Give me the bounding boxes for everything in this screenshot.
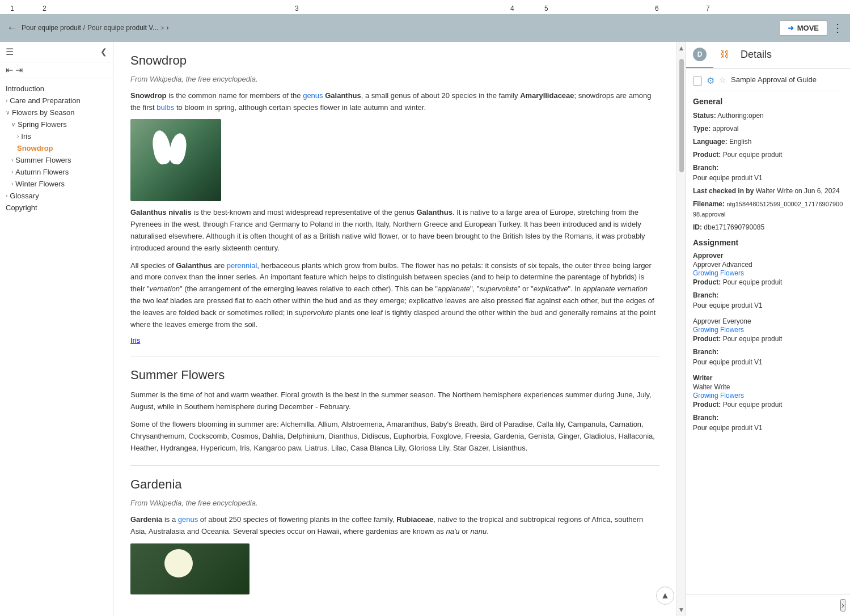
approver-everyone-link[interactable]: Growing Flowers	[693, 326, 744, 334]
star-icon: ☆	[719, 75, 726, 84]
last-checked-row: Last checked in by Walter Write on Jun 6…	[693, 186, 843, 196]
annotation-3: 3	[295, 5, 299, 12]
language-row: Language: English	[693, 137, 843, 147]
snowdrop-image	[130, 119, 221, 201]
snowdrop-body-2: Galanthus nivalis is the best-known and …	[130, 207, 659, 330]
details-heading: Details	[741, 49, 772, 61]
status-row: Status: Authoring:open	[693, 111, 843, 121]
approver-product-row: Product: Pour equipe produit	[693, 277, 843, 287]
back-button[interactable]: ←	[7, 22, 17, 34]
approver-role: Approver	[693, 252, 843, 260]
writer-section: Writer Walter Write Growing Flowers Prod…	[693, 374, 843, 433]
sidebar-item-autumn-flowers[interactable]: › Autumn Flowers	[0, 166, 113, 178]
sidebar-item-flowers-by-season[interactable]: ∨ Flowers by Season	[0, 107, 113, 118]
scroll-up-button[interactable]: ▲	[656, 587, 674, 605]
iris-link[interactable]: Iris	[130, 336, 140, 345]
item-title: Sample Approval of Guide	[731, 75, 817, 84]
snowdrop-title: Snowdrop	[130, 53, 659, 68]
annotation-6: 6	[655, 5, 659, 12]
breadcrumb-link-2[interactable]: Pour equipe produit V...	[87, 24, 158, 32]
annotation-1: 1	[10, 5, 14, 12]
details-item-row: ⚙ ☆ Sample Approval of Guide	[693, 75, 843, 91]
annotation-7: 7	[706, 5, 710, 12]
scroll-up-arrow[interactable]: ▲	[676, 42, 687, 54]
writer-product-row: Product: Pour equipe produit	[693, 400, 843, 410]
breadcrumb-sep-1: /	[83, 24, 85, 32]
gardenia-image	[130, 543, 249, 594]
gardenia-subtitle: From Wikipedia, the free encyclopedia.	[130, 499, 659, 507]
type-row: Type: approval	[693, 124, 843, 134]
id-row: ID: dbe1717690790085	[693, 222, 843, 232]
tab-details[interactable]: D	[686, 42, 713, 68]
summer-flowers-title: Summer Flowers	[130, 368, 659, 383]
scroll-thumb[interactable]	[679, 59, 684, 172]
header-bar: ← Pour equipe produit / Pour equipe prod…	[0, 14, 850, 42]
general-label: General	[693, 97, 843, 106]
right-panel-footer: ›	[686, 594, 850, 616]
breadcrumb: Pour equipe produit / Pour equipe produi…	[22, 24, 171, 32]
sidebar-item-summer-flowers[interactable]: › Summer Flowers	[0, 154, 113, 166]
move-label: MOVE	[797, 24, 819, 32]
indent-out-button[interactable]: ⇤	[6, 65, 13, 75]
writer-branch-row: Branch: Pour equipe produit V1	[693, 413, 843, 433]
writer-name: Walter Write	[693, 383, 843, 391]
annotation-5: 5	[544, 5, 548, 12]
more-button[interactable]: ⋮	[832, 21, 843, 35]
indent-in-button[interactable]: ⇥	[15, 65, 23, 75]
approver-link[interactable]: Growing Flowers	[693, 269, 744, 277]
sidebar-item-spring-flowers[interactable]: ∨ Spring Flowers	[0, 118, 113, 130]
writer-link[interactable]: Growing Flowers	[693, 392, 744, 400]
tab-letter: D	[693, 48, 707, 61]
right-panel-content[interactable]: ⚙ ☆ Sample Approval of Guide General Sta…	[686, 69, 850, 594]
sidebar-item-glossary[interactable]: › Glossary	[0, 190, 113, 202]
summer-flowers-body: Summer is the time of hot and warm weath…	[130, 389, 659, 454]
right-panel-expand-button[interactable]: ›	[840, 599, 845, 611]
filename-row: Filename: ntg1584480512599_00002_1717690…	[693, 199, 843, 219]
writer-role: Writer	[693, 374, 843, 382]
sidebar-item-snowdrop[interactable]: Snowdrop	[0, 142, 113, 154]
right-panel-tabs: D ⛓ Details	[686, 42, 850, 69]
item-checkbox[interactable]	[693, 77, 702, 86]
approver-section: Approver Approver Advanced Growing Flowe…	[693, 252, 843, 311]
sidebar: ☰ ❮ ⇤ ⇥ Introduction › Care and Preparat…	[0, 42, 113, 616]
hamburger-icon-button[interactable]: ☰	[6, 46, 14, 57]
chain-icon: ⛓	[720, 49, 729, 60]
snowdrop-subtitle: From Wikipedia, the free encyclopedia.	[130, 75, 659, 83]
approver-everyone-product-row: Product: Pour equipe produit	[693, 334, 843, 344]
approver-branch-row: Branch: Pour equipe produit V1	[693, 290, 843, 311]
product-row: Product: Pour equipe produit	[693, 150, 843, 160]
sidebar-item-care-preparation[interactable]: › Care and Preparation	[0, 95, 113, 107]
breadcrumb-nomap: >	[160, 24, 164, 31]
right-panel: D ⛓ Details ⚙ ☆ Sampl	[686, 42, 850, 616]
approver-everyone-section: Approver Everyone Growing Flowers Produc…	[693, 317, 843, 367]
approver-everyone-level: Approver Everyone	[693, 317, 843, 325]
sidebar-item-introduction[interactable]: Introduction	[0, 83, 113, 95]
snowdrop-body: Snowdrop is the common name for members …	[130, 90, 659, 114]
move-icon: ➜	[788, 24, 794, 32]
breadcrumb-link-1[interactable]: Pour equipe produit	[22, 24, 81, 32]
approval-icon: ⚙	[707, 75, 714, 86]
gardenia-title: Gardenia	[130, 477, 659, 492]
approver-level: Approver Advanced	[693, 261, 843, 269]
tab-second[interactable]: ⛓	[713, 42, 736, 68]
sidebar-tree: Introduction › Care and Preparation ∨ Fl…	[0, 78, 113, 616]
annotation-4: 4	[510, 5, 514, 12]
annotation-2: 2	[43, 5, 46, 12]
branch-row: Branch: Pour equipe produit V1	[693, 163, 843, 183]
sidebar-item-winter-flowers[interactable]: › Winter Flowers	[0, 178, 113, 190]
assignment-label: Assignment	[693, 238, 843, 247]
scroll-down-arrow[interactable]: ▼	[676, 604, 687, 616]
approver-everyone-branch-row: Branch: Pour equipe produit V1	[693, 347, 843, 367]
content-area[interactable]: Snowdrop From Wikipedia, the free encycl…	[113, 42, 676, 616]
gardenia-body: Gardenia is a genus of about 250 species…	[130, 514, 659, 538]
move-button[interactable]: ➜ MOVE	[779, 20, 827, 36]
breadcrumb-arrow: ›	[167, 24, 169, 32]
scroll-track: ▲ ▼	[676, 42, 686, 616]
sidebar-item-copyright[interactable]: Copyright	[0, 202, 113, 214]
sidebar-item-iris[interactable]: › Iris	[0, 130, 113, 142]
collapse-sidebar-button[interactable]: ❮	[100, 47, 107, 56]
